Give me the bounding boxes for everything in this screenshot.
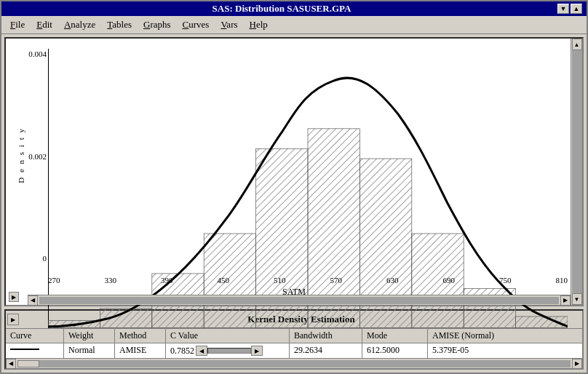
title-bar-controls: ▼ ▲	[557, 4, 582, 14]
panel-hscroll-track	[17, 360, 571, 367]
slider-right-btn[interactable]: ▶	[251, 346, 263, 356]
cell-cvalue: 0.7852 ◀ ▶	[166, 343, 290, 358]
chart-vscroll-track	[572, 50, 582, 293]
slider-left-btn[interactable]: ◀	[196, 346, 207, 356]
cell-weight: Normal	[64, 343, 115, 358]
table-header: Curve Weight Method C Value Bandwidth Mo…	[6, 329, 582, 343]
panel-hscrollbar: ◀ ▶	[6, 358, 582, 368]
chart-hscrollbar: ◀ ▶	[28, 295, 571, 305]
col-header-amise: AMISE (Normal)	[428, 329, 582, 343]
menu-help[interactable]: Help	[244, 17, 274, 32]
chart-container: ▲ ▼ ▶ D e n s i t y 0.004 0.002 0	[4, 37, 584, 306]
window-title: SAS: Distribution SASUSER.GPA	[6, 3, 557, 15]
cell-method: AMISE	[115, 343, 166, 358]
panel-scroll-left[interactable]: ◀	[6, 359, 16, 369]
maximize-button[interactable]: ▲	[571, 4, 582, 14]
col-header-mode: Mode	[362, 329, 428, 343]
menu-analyze[interactable]: Analyze	[58, 17, 101, 32]
x-axis-labels: 270 330 390 450 510 570 630 690 750 810	[48, 276, 568, 285]
menu-bar: File Edit Analyze Tables Graphs Curves V…	[1, 16, 587, 34]
main-window: SAS: Distribution SASUSER.GPA ▼ ▲ File E…	[0, 0, 588, 374]
menu-tables[interactable]: Tables	[101, 17, 138, 32]
slider-track[interactable]	[207, 348, 251, 354]
chart-vscrollbar: ▲ ▼	[571, 39, 582, 305]
chart-scroll-up[interactable]: ▲	[572, 39, 582, 50]
table-row: Normal AMISE 0.7852 ◀ ▶ 29.2634 612.5000…	[6, 343, 582, 358]
col-header-method: Method	[115, 329, 166, 343]
cell-amise: 5.379E-05	[428, 343, 582, 358]
y-axis-values: 0.004 0.002 0	[26, 49, 47, 263]
chart-hscroll-track	[39, 297, 559, 304]
menu-curves[interactable]: Curves	[177, 17, 215, 32]
curve-line-icon	[10, 345, 39, 354]
col-header-curve: Curve	[6, 329, 64, 343]
col-header-cvalue: C Value	[166, 329, 290, 343]
data-table: Curve Weight Method C Value Bandwidth Mo…	[6, 329, 582, 358]
menu-file[interactable]: File	[4, 17, 31, 32]
cell-bandwidth: 29.2634	[290, 343, 362, 358]
c-value-slider: ◀ ▶	[196, 346, 263, 356]
minimize-button[interactable]: ▼	[557, 4, 569, 14]
panel-scroll-right[interactable]: ▶	[572, 359, 582, 369]
col-header-weight: Weight	[64, 329, 115, 343]
chart-scroll-left-arrow[interactable]: ◀	[28, 295, 38, 306]
content-area: ▲ ▼ ▶ D e n s i t y 0.004 0.002 0	[1, 34, 587, 373]
panel-scroll-btn[interactable]: ▶	[7, 314, 19, 325]
cell-mode: 612.5000	[362, 343, 428, 358]
col-header-bandwidth: Bandwidth	[290, 329, 362, 343]
menu-vars[interactable]: Vars	[215, 17, 243, 32]
chart-scroll-right-arrow[interactable]: ▶	[560, 295, 571, 306]
menu-graphs[interactable]: Graphs	[138, 17, 177, 32]
cell-curve	[6, 343, 64, 358]
panel-hscroll-thumb[interactable]	[17, 360, 39, 367]
menu-edit[interactable]: Edit	[31, 17, 58, 32]
title-bar: SAS: Distribution SASUSER.GPA ▼ ▲	[1, 1, 587, 16]
